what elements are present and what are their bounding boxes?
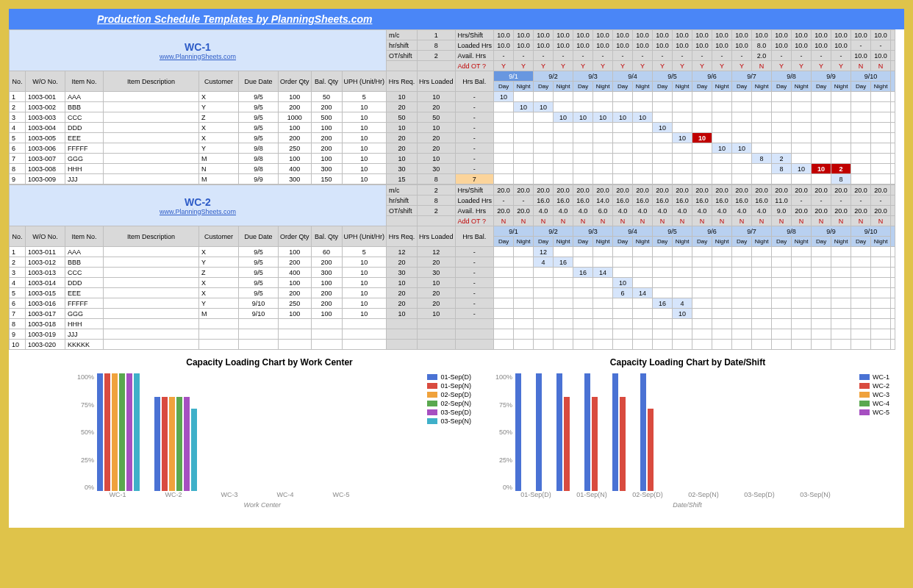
sched-cell[interactable] bbox=[514, 288, 534, 298]
bal-qty[interactable]: 200 bbox=[311, 288, 342, 298]
sched-cell[interactable] bbox=[613, 123, 633, 133]
sched-cell[interactable] bbox=[494, 257, 514, 268]
sched-cell[interactable] bbox=[633, 154, 653, 164]
sched-cell[interactable] bbox=[573, 340, 593, 350]
sched-cell[interactable] bbox=[593, 298, 613, 309]
sched-cell[interactable] bbox=[554, 298, 573, 309]
order-qty[interactable]: 300 bbox=[279, 174, 312, 184]
sched-cell[interactable] bbox=[851, 329, 871, 340]
item-desc[interactable] bbox=[104, 164, 199, 174]
bal-qty[interactable]: 150 bbox=[311, 174, 342, 184]
sched-cell[interactable] bbox=[633, 298, 653, 309]
sched-cell[interactable] bbox=[673, 154, 692, 164]
sched-cell[interactable]: 10 bbox=[554, 112, 573, 123]
sched-cell[interactable] bbox=[831, 278, 851, 288]
sched-cell[interactable] bbox=[851, 154, 871, 164]
sched-cell[interactable] bbox=[792, 340, 812, 350]
sched-cell[interactable] bbox=[772, 247, 792, 257]
sched-cell[interactable] bbox=[712, 288, 732, 298]
item-no[interactable]: DDD bbox=[65, 123, 104, 133]
sched-cell[interactable] bbox=[554, 143, 573, 154]
sched-cell[interactable] bbox=[752, 247, 772, 257]
sched-cell[interactable] bbox=[573, 309, 593, 319]
sched-cell[interactable] bbox=[494, 143, 514, 154]
sched-cell[interactable] bbox=[792, 174, 812, 184]
sched-cell[interactable] bbox=[712, 174, 732, 184]
sched-cell[interactable] bbox=[534, 133, 554, 143]
sched-cell[interactable] bbox=[653, 133, 673, 143]
order-qty[interactable]: 100 bbox=[279, 154, 312, 164]
order-qty[interactable]: 100 bbox=[279, 123, 312, 133]
sched-cell[interactable] bbox=[692, 247, 712, 257]
sched-cell[interactable] bbox=[792, 112, 812, 123]
sched-cell[interactable] bbox=[692, 164, 712, 174]
uph[interactable]: 10 bbox=[342, 298, 387, 309]
sched-cell[interactable] bbox=[732, 112, 752, 123]
sched-cell[interactable]: 4 bbox=[673, 298, 692, 309]
sched-cell[interactable] bbox=[772, 143, 792, 154]
sched-cell[interactable] bbox=[673, 164, 692, 174]
sched-cell[interactable] bbox=[534, 174, 554, 184]
sched-cell[interactable] bbox=[554, 154, 573, 164]
item-no[interactable]: JJJ bbox=[65, 329, 104, 340]
sched-cell[interactable] bbox=[653, 247, 673, 257]
uph[interactable]: 10 bbox=[342, 309, 387, 319]
customer[interactable]: Y bbox=[199, 257, 239, 268]
customer[interactable] bbox=[199, 340, 239, 350]
sched-cell[interactable] bbox=[633, 309, 653, 319]
sched-cell[interactable] bbox=[851, 309, 871, 319]
sched-cell[interactable] bbox=[514, 319, 534, 329]
sched-cell[interactable] bbox=[554, 268, 573, 278]
sched-cell[interactable] bbox=[692, 288, 712, 298]
sched-cell[interactable] bbox=[772, 112, 792, 123]
sched-cell[interactable]: 10 bbox=[534, 102, 554, 112]
sched-cell[interactable] bbox=[831, 298, 851, 309]
sched-cell[interactable] bbox=[534, 123, 554, 133]
sched-cell[interactable]: 10 bbox=[692, 133, 712, 143]
sched-cell[interactable] bbox=[871, 329, 891, 340]
item-desc[interactable] bbox=[104, 340, 199, 350]
sched-cell[interactable] bbox=[851, 257, 871, 268]
sched-cell[interactable] bbox=[831, 268, 851, 278]
sched-cell[interactable] bbox=[593, 340, 613, 350]
sched-cell[interactable] bbox=[673, 257, 692, 268]
sched-cell[interactable]: 8 bbox=[831, 174, 851, 184]
order-qty[interactable] bbox=[279, 319, 312, 329]
bal-qty[interactable]: 200 bbox=[311, 298, 342, 309]
uph[interactable] bbox=[342, 329, 387, 340]
item-desc[interactable] bbox=[104, 268, 199, 278]
sched-cell[interactable] bbox=[712, 298, 732, 309]
sched-cell[interactable] bbox=[792, 133, 812, 143]
sched-cell[interactable] bbox=[831, 133, 851, 143]
item-desc[interactable] bbox=[104, 329, 199, 340]
sched-cell[interactable] bbox=[772, 102, 792, 112]
item-desc[interactable] bbox=[104, 319, 199, 329]
customer[interactable]: M bbox=[199, 174, 239, 184]
sched-cell[interactable] bbox=[692, 278, 712, 288]
sched-cell[interactable] bbox=[772, 92, 792, 102]
wo-no[interactable]: 1003-014 bbox=[26, 278, 65, 288]
sched-cell[interactable] bbox=[812, 154, 831, 164]
sched-cell[interactable] bbox=[812, 298, 831, 309]
sched-cell[interactable] bbox=[732, 164, 752, 174]
sched-cell[interactable] bbox=[851, 133, 871, 143]
sched-cell[interactable] bbox=[593, 174, 613, 184]
bal-qty[interactable] bbox=[311, 319, 342, 329]
item-desc[interactable] bbox=[104, 154, 199, 164]
sched-cell[interactable] bbox=[732, 288, 752, 298]
sched-cell[interactable] bbox=[732, 133, 752, 143]
sched-cell[interactable] bbox=[712, 247, 732, 257]
sched-cell[interactable] bbox=[494, 102, 514, 112]
sched-cell[interactable] bbox=[613, 309, 633, 319]
sched-cell[interactable] bbox=[573, 164, 593, 174]
item-no[interactable]: JJJ bbox=[65, 174, 104, 184]
sched-cell[interactable] bbox=[812, 143, 831, 154]
sched-cell[interactable]: 12 bbox=[534, 247, 554, 257]
sched-cell[interactable] bbox=[692, 102, 712, 112]
wo-no[interactable]: 1003-009 bbox=[26, 174, 65, 184]
sched-cell[interactable] bbox=[554, 288, 573, 298]
sched-cell[interactable] bbox=[593, 257, 613, 268]
due-date[interactable]: 9/5 bbox=[239, 268, 279, 278]
sched-cell[interactable] bbox=[653, 112, 673, 123]
sched-cell[interactable] bbox=[792, 268, 812, 278]
